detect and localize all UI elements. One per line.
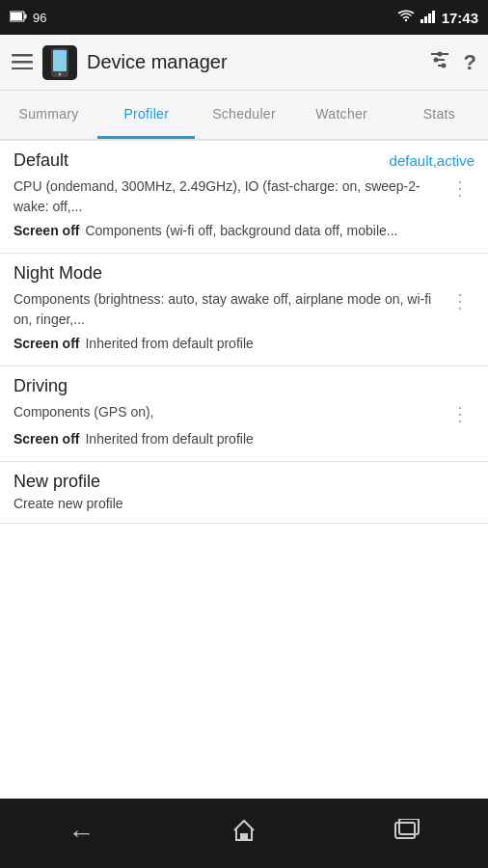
profile-nightmode: Night Mode Components (brightness: auto,… [0, 254, 488, 366]
wifi-icon [397, 10, 415, 26]
tab-watcher[interactable]: Watcher [293, 91, 391, 139]
svg-point-16 [437, 51, 442, 56]
status-left: 96 [10, 11, 46, 25]
bottom-nav: ← [0, 799, 488, 868]
tab-summary[interactable]: Summary [0, 91, 97, 139]
app-bar: Device manager ? [0, 35, 488, 91]
tab-bar: Summary Profiler Scheduler Watcher Stats [0, 91, 488, 141]
profile-driving-screenoff-text: Inherited from default profile [85, 429, 253, 449]
svg-rect-19 [240, 833, 248, 840]
profile-default-more-icon[interactable]: ⋮ [447, 176, 474, 200]
svg-rect-9 [12, 68, 33, 69]
svg-rect-5 [428, 14, 431, 23]
battery-icon [10, 11, 27, 25]
profile-default-screenoff-label: Screen off [14, 223, 79, 238]
profile-default-screenoff-text: Components (wi-fi off, background data o… [85, 221, 397, 241]
tab-scheduler[interactable]: Scheduler [195, 91, 292, 139]
profile-default-cpu: CPU (ondemand, 300MHz, 2.49GHz), IO (fas… [14, 176, 447, 217]
profile-nightmode-screenoff-text: Inherited from default profile [85, 334, 253, 354]
svg-rect-8 [12, 61, 33, 64]
help-icon[interactable]: ? [464, 50, 476, 75]
profile-default-header: Default default,active [14, 150, 474, 171]
new-profile-title: New profile [14, 472, 474, 492]
profile-driving: Driving Components (GPS on), ⋮ Screen of… [0, 366, 488, 462]
tab-stats[interactable]: Stats [391, 91, 488, 139]
svg-point-17 [433, 57, 438, 62]
filter-icon[interactable] [429, 49, 450, 76]
new-profile-subtitle: Create new profile [14, 496, 474, 511]
svg-point-12 [59, 72, 62, 75]
profile-default-status: default,active [390, 152, 474, 169]
profile-nightmode-screenoff: Screen off Inherited from default profil… [14, 334, 474, 354]
time-display: 17:43 [442, 10, 478, 26]
signal-icon [420, 10, 436, 26]
profile-driving-detail: Components (GPS on), ⋮ [14, 402, 474, 425]
new-profile-section[interactable]: New profile Create new profile [0, 462, 488, 524]
svg-rect-6 [432, 11, 435, 23]
svg-rect-3 [420, 19, 423, 23]
svg-rect-7 [12, 54, 33, 57]
profile-default-detail: CPU (ondemand, 300MHz, 2.49GHz), IO (fas… [14, 176, 474, 217]
profile-default-name: Default [14, 150, 68, 171]
profile-driving-header: Driving [14, 376, 474, 396]
battery-level: 96 [33, 11, 46, 25]
menu-icon[interactable] [12, 50, 33, 75]
profile-nightmode-more-icon[interactable]: ⋮ [447, 289, 474, 312]
profile-nightmode-cpu: Components (brightness: auto, stay awake… [14, 289, 447, 330]
svg-rect-4 [424, 16, 427, 23]
profile-nightmode-detail: Components (brightness: auto, stay awake… [14, 289, 474, 330]
svg-point-18 [441, 63, 446, 68]
app-device-icon [42, 45, 77, 80]
recent-button[interactable] [374, 808, 440, 858]
profile-nightmode-header: Night Mode [14, 263, 474, 284]
home-button[interactable] [211, 807, 277, 860]
profile-driving-more-icon[interactable]: ⋮ [447, 402, 474, 425]
app-title: Device manager [87, 51, 420, 73]
content-area: Default default,active CPU (ondemand, 30… [0, 141, 488, 799]
tab-profiler[interactable]: Profiler [97, 91, 195, 139]
profile-default: Default default,active CPU (ondemand, 30… [0, 141, 488, 254]
profile-driving-screenoff-label: Screen off [14, 431, 79, 447]
profile-driving-screenoff: Screen off Inherited from default profil… [14, 429, 474, 449]
status-right: 17:43 [397, 10, 478, 26]
svg-rect-2 [11, 13, 22, 20]
app-bar-actions: ? [429, 49, 476, 76]
profile-driving-name: Driving [14, 376, 68, 396]
profile-nightmode-screenoff-label: Screen off [14, 336, 79, 351]
profile-driving-cpu: Components (GPS on), [14, 402, 447, 422]
svg-rect-11 [53, 50, 67, 71]
profile-default-screenoff: Screen off Components (wi-fi off, backgr… [14, 221, 474, 241]
profile-nightmode-name: Night Mode [14, 263, 102, 284]
back-button[interactable]: ← [48, 808, 114, 858]
svg-rect-1 [25, 14, 27, 18]
status-bar: 96 17:43 [0, 0, 488, 35]
